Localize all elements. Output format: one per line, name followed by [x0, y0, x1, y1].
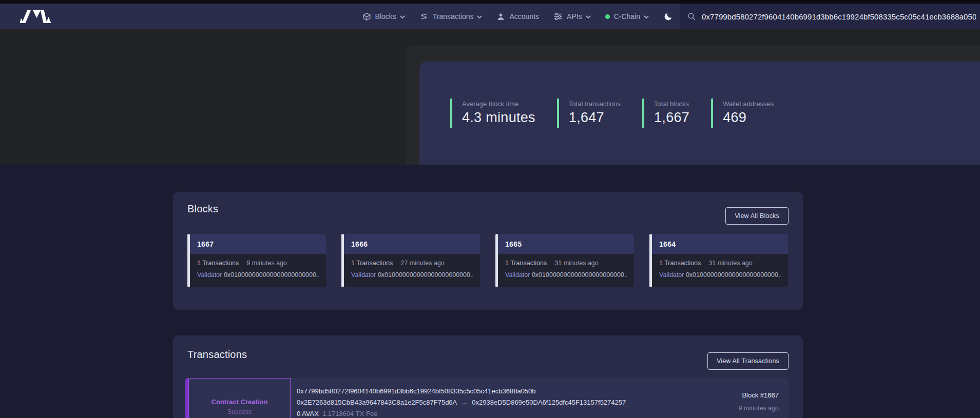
main-nav: Blocks Transactions Accounts — [362, 12, 673, 22]
block-card-body: 1 Transactions 31 minutes ago Validator … — [495, 254, 634, 287]
search-input[interactable]: 0x7799bd580272f9604140b6991d3bb6c19924bf… — [702, 12, 976, 21]
stat-average-block-time: Average block time 4.3 minutes — [450, 98, 535, 128]
tx-meta: Block #1667 9 minutes ago — [738, 391, 779, 412]
blocks-section: Blocks View All Blocks 1667 1 Transactio… — [173, 192, 803, 310]
block-card-body: 1 Transactions 27 minutes ago Validator … — [341, 254, 480, 287]
navbar: Blocks Transactions Accounts — [0, 4, 980, 29]
stat-total-blocks: Total blocks 1,667 — [642, 98, 689, 128]
nav-item-accounts[interactable]: Accounts — [496, 12, 539, 21]
transactions-section: Transactions View All Transactions Contr… — [173, 335, 803, 418]
chevron-down-icon — [644, 15, 649, 18]
block-time-ago: 9 minutes ago — [246, 260, 287, 267]
validator-address: 0x010000000000000000000000... — [532, 271, 627, 278]
stat-wallet-addresses: Wallet addresses 469 — [711, 98, 774, 128]
stat-label: Total blocks — [654, 100, 689, 108]
person-icon — [496, 12, 505, 21]
block-card[interactable]: 1667 1 Transactions 9 minutes ago Valida… — [187, 234, 326, 287]
tx-status-badge: Success — [227, 408, 252, 415]
block-tx-count: 1 Transactions — [505, 260, 547, 267]
validator-address: 0x010000000000000000000000... — [378, 271, 473, 278]
tx-details: 0x7799bd580272f9604140b6991d3bb6c19924bf… — [297, 386, 626, 418]
stats-panel: Average block time 4.3 minutes Total tra… — [419, 62, 980, 165]
avalanche-logo-icon — [20, 8, 53, 25]
stat-value: 1,667 — [654, 110, 689, 126]
nav-label: C-Chain — [614, 12, 640, 21]
block-time-ago: 31 minutes ago — [708, 260, 752, 267]
chevron-down-icon — [477, 15, 482, 18]
block-card[interactable]: 1666 1 Transactions 27 minutes ago Valid… — [341, 234, 480, 287]
validator-label: Validator — [351, 271, 376, 278]
block-card-list: 1667 1 Transactions 9 minutes ago Valida… — [187, 234, 788, 287]
stat-label: Average block time — [462, 100, 535, 108]
block-card-body: 1 Transactions 9 minutes ago Validator 0… — [187, 254, 326, 287]
tx-type-box: Contract Creation Success — [188, 378, 291, 418]
tx-to-address-link[interactable]: 0x2938eD5D869e50DA6f125dfc45F13157f52742… — [472, 399, 626, 407]
chain-status-dot-icon — [605, 14, 610, 19]
validator-label: Validator — [197, 271, 222, 278]
block-number: 1666 — [341, 234, 480, 254]
chevron-down-icon — [586, 15, 591, 18]
block-tx-count: 1 Transactions — [351, 260, 393, 267]
block-time-ago: 31 minutes ago — [554, 260, 598, 267]
tx-type: Contract Creation — [212, 398, 268, 406]
nav-item-apis[interactable]: APIs — [553, 12, 591, 21]
theme-toggle-button[interactable] — [663, 12, 673, 22]
block-number: 1664 — [649, 234, 788, 254]
stat-value: 4.3 minutes — [462, 110, 535, 126]
search-bar[interactable]: 0x7799bd580272f9604140b6991d3bb6c19924bf… — [680, 4, 980, 29]
block-number: 1667 — [187, 234, 326, 254]
blocks-section-title: Blocks — [187, 203, 218, 215]
top-strip — [0, 0, 980, 4]
nav-label: Transactions — [433, 12, 474, 21]
block-card-body: 1 Transactions 31 minutes ago Validator … — [649, 254, 788, 287]
tx-hash-link[interactable]: 0x7799bd580272f9604140b6991d3bb6c19924bf… — [297, 386, 626, 397]
nav-item-transactions[interactable]: Transactions — [419, 12, 483, 21]
cube-icon — [362, 12, 371, 21]
search-icon — [687, 12, 696, 21]
transactions-section-title: Transactions — [187, 349, 247, 361]
block-card[interactable]: 1665 1 Transactions 31 minutes ago Valid… — [495, 234, 634, 287]
nav-label: APIs — [567, 12, 582, 21]
tx-amount: 0 AVAX — [297, 410, 319, 417]
stat-label: Total transactions — [569, 100, 621, 108]
view-all-transactions-button[interactable]: View All Transactions — [707, 352, 789, 370]
moon-icon — [663, 12, 673, 22]
arrow-right-icon: → — [461, 399, 468, 406]
nav-label: Blocks — [375, 12, 396, 21]
chevron-down-icon — [400, 15, 405, 18]
tx-fee: 1.1718604 TX Fee — [322, 410, 377, 417]
tx-time-ago: 9 minutes ago — [738, 405, 779, 412]
stat-label: Wallet addresses — [723, 100, 774, 108]
swap-arrows-icon — [419, 12, 429, 21]
validator-address: 0x010000000000000000000000... — [224, 271, 319, 278]
block-time-ago: 27 minutes ago — [400, 260, 444, 267]
nav-label: Accounts — [509, 12, 539, 21]
hero-section: Average block time 4.3 minutes Total tra… — [0, 29, 980, 165]
stat-total-transactions: Total transactions 1,647 — [557, 98, 621, 128]
stat-value: 1,647 — [569, 110, 621, 126]
validator-label: Validator — [659, 271, 684, 278]
validator-label: Validator — [505, 271, 530, 278]
avalanche-logo[interactable] — [20, 8, 53, 25]
block-number: 1665 — [495, 234, 634, 254]
validator-address: 0x010000000000000000000000... — [686, 271, 781, 278]
nav-item-blocks[interactable]: Blocks — [362, 12, 405, 21]
view-all-blocks-button[interactable]: View All Blocks — [725, 207, 789, 225]
block-tx-count: 1 Transactions — [659, 260, 701, 267]
nav-item-chain-selector[interactable]: C-Chain — [605, 12, 649, 21]
sliders-icon — [553, 12, 563, 21]
explorer-page: Blocks Transactions Accounts — [0, 0, 980, 418]
transaction-row[interactable]: Contract Creation Success 0x7799bd580272… — [185, 378, 789, 418]
block-card[interactable]: 1664 1 Transactions 31 minutes ago Valid… — [649, 234, 788, 287]
tx-from-address[interactable]: 0x2E7263d815CbB43a9647843C8a1e2F5c87F75d… — [297, 399, 457, 406]
stat-value: 469 — [723, 110, 774, 126]
tx-block-link[interactable]: Block #1667 — [738, 391, 779, 399]
block-tx-count: 1 Transactions — [197, 260, 239, 267]
